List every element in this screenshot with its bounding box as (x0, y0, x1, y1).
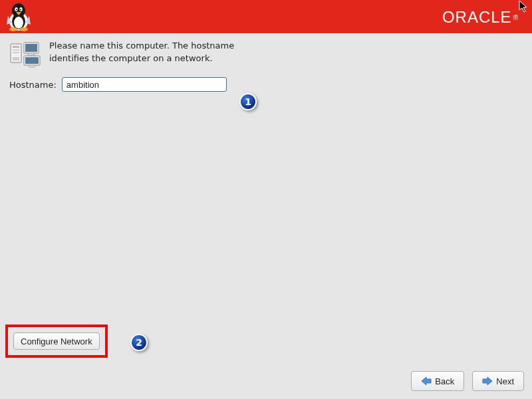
header-bar: ORACLE® (0, 0, 532, 33)
annotation-marker-1: 1 (239, 93, 257, 110)
next-label: Next (496, 376, 514, 386)
brand-text: ORACLE (442, 8, 512, 27)
svg-point-7 (20, 9, 21, 11)
svg-point-6 (16, 9, 17, 11)
hostname-input[interactable] (62, 77, 227, 92)
computers-icon (9, 41, 41, 69)
tux-icon (4, 1, 33, 32)
intro-text: Please name this computer. The hostname … (49, 40, 242, 65)
svg-rect-14 (13, 57, 19, 61)
hostname-label: Hostname: (9, 80, 57, 90)
annotation-marker-2: 2 (130, 334, 148, 351)
hostname-row: Hostname: (9, 77, 523, 92)
back-label: Back (435, 376, 454, 386)
svg-point-8 (9, 27, 17, 31)
svg-rect-13 (13, 52, 19, 53)
svg-rect-16 (25, 44, 37, 52)
back-button[interactable]: Back (411, 371, 464, 391)
oracle-logo: ORACLE® (442, 8, 519, 27)
next-button[interactable]: Next (472, 371, 524, 391)
content-area: Please name this computer. The hostname … (0, 33, 532, 98)
arrow-left-icon (421, 376, 432, 386)
configure-network-highlight: Configure Network (5, 325, 108, 358)
svg-rect-19 (25, 57, 39, 64)
intro-row: Please name this computer. The hostname … (9, 40, 523, 69)
nav-buttons: Back Next (411, 371, 524, 391)
configure-network-label: Configure Network (21, 336, 92, 346)
svg-rect-12 (13, 49, 19, 51)
arrow-right-icon (482, 376, 493, 386)
svg-rect-20 (29, 65, 35, 67)
registered-mark: ® (513, 14, 519, 21)
svg-rect-17 (28, 53, 35, 55)
svg-point-3 (14, 17, 23, 29)
configure-network-button[interactable]: Configure Network (13, 332, 100, 350)
svg-rect-11 (13, 46, 19, 48)
svg-point-9 (20, 27, 28, 31)
